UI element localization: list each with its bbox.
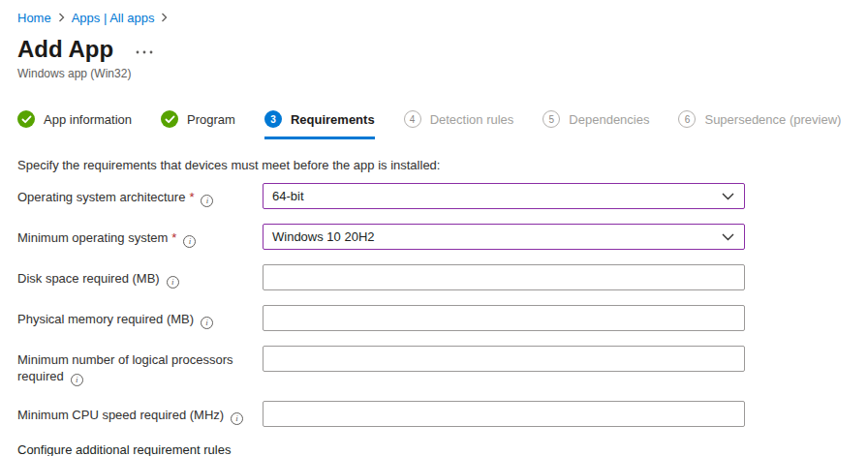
form-row-minimum-operating-system: Minimum operating system*iWindows 10 20H… bbox=[17, 224, 868, 250]
minimum-number-of-logical-processors-required-label: Minimum number of logical processors req… bbox=[17, 346, 263, 386]
requirements-form: Operating system architecture*i64-bitMin… bbox=[17, 183, 868, 427]
step-label: Detection rules bbox=[430, 112, 514, 127]
step-label: Program bbox=[187, 112, 235, 127]
disk-space-required-mb-input[interactable] bbox=[263, 264, 745, 290]
step-number-badge: 5 bbox=[542, 110, 560, 128]
step-number-badge: 4 bbox=[404, 110, 421, 128]
operating-system-architecture-dropdown[interactable]: 64-bit bbox=[263, 183, 745, 209]
form-instruction: Specify the requirements that devices mu… bbox=[17, 158, 868, 172]
operating-system-architecture-control: 64-bit bbox=[263, 183, 745, 209]
add-app-wizard-page: Home Apps | All apps Add App Windows app… bbox=[0, 0, 868, 456]
disk-space-required-mb-label: Disk space required (MB)i bbox=[17, 264, 263, 289]
minimum-operating-system-label: Minimum operating system*i bbox=[17, 224, 263, 248]
required-asterisk: * bbox=[171, 230, 176, 245]
minimum-cpu-speed-required-mhz-input[interactable] bbox=[263, 401, 745, 427]
form-row-physical-memory-required-mb: Physical memory required (MB)i bbox=[17, 305, 868, 331]
wizard-step-dependencies[interactable]: 5Dependencies bbox=[542, 110, 649, 139]
step-label: Requirements bbox=[291, 112, 375, 127]
title-row: Add App bbox=[17, 35, 868, 64]
step-number-badge: 6 bbox=[678, 110, 696, 128]
minimum-operating-system-dropdown[interactable]: Windows 10 20H2 bbox=[263, 224, 745, 250]
minimum-number-of-logical-processors-required-control bbox=[263, 346, 745, 372]
step-label: App information bbox=[44, 112, 132, 127]
page-subtitle: Windows app (Win32) bbox=[17, 67, 868, 80]
breadcrumb-link-all-apps[interactable]: Apps | All apps bbox=[72, 11, 155, 25]
wizard-step-detection-rules[interactable]: 4Detection rules bbox=[404, 110, 514, 139]
chevron-down-icon bbox=[722, 193, 734, 200]
operating-system-architecture-label: Operating system architecture*i bbox=[17, 183, 263, 207]
form-row-operating-system-architecture: Operating system architecture*i64-bit bbox=[17, 183, 868, 209]
info-icon[interactable]: i bbox=[183, 235, 196, 248]
check-icon bbox=[17, 110, 35, 128]
disk-space-required-mb-control bbox=[263, 264, 745, 290]
field-label-text: Minimum number of logical processors req… bbox=[17, 352, 233, 383]
info-icon[interactable]: i bbox=[71, 374, 83, 386]
more-options-icon[interactable] bbox=[136, 50, 153, 54]
dropdown-selected-value: 64-bit bbox=[272, 189, 304, 203]
physical-memory-required-mb-input[interactable] bbox=[263, 305, 745, 331]
step-number-badge: 3 bbox=[264, 110, 282, 128]
form-row-minimum-number-of-logical-processors-required: Minimum number of logical processors req… bbox=[17, 346, 868, 386]
minimum-number-of-logical-processors-required-input[interactable] bbox=[263, 346, 745, 372]
field-label-text: Minimum operating system bbox=[17, 230, 168, 245]
field-label-text: Physical memory required (MB) bbox=[17, 312, 194, 326]
additional-requirement-rules-heading: Configure additional requirement rules bbox=[17, 442, 868, 456]
step-label: Supersedence (preview) bbox=[704, 112, 841, 127]
minimum-operating-system-control: Windows 10 20H2 bbox=[263, 224, 745, 250]
dropdown-selected-value: Windows 10 20H2 bbox=[272, 229, 375, 244]
breadcrumb: Home Apps | All apps bbox=[17, 9, 868, 26]
required-asterisk: * bbox=[189, 190, 194, 204]
field-label-text: Minimum CPU speed required (MHz) bbox=[17, 408, 224, 422]
info-icon[interactable]: i bbox=[201, 317, 213, 329]
chevron-right-icon bbox=[58, 13, 65, 22]
form-row-disk-space-required-mb: Disk space required (MB)i bbox=[17, 264, 868, 290]
wizard-step-requirements[interactable]: 3Requirements bbox=[264, 110, 375, 139]
info-icon[interactable]: i bbox=[167, 276, 179, 289]
step-label: Dependencies bbox=[569, 112, 649, 127]
physical-memory-required-mb-label: Physical memory required (MB)i bbox=[17, 305, 263, 329]
wizard-step-program[interactable]: Program bbox=[161, 110, 235, 139]
wizard-step-app-information[interactable]: App information bbox=[17, 110, 132, 139]
info-icon[interactable]: i bbox=[201, 195, 213, 207]
page-title: Add App bbox=[17, 35, 113, 64]
info-icon[interactable]: i bbox=[231, 412, 243, 425]
wizard-steps: App informationProgram3Requirements4Dete… bbox=[17, 110, 868, 139]
wizard-step-supersedence-preview[interactable]: 6Supersedence (preview) bbox=[678, 110, 841, 139]
chevron-down-icon bbox=[722, 233, 734, 241]
field-label-text: Operating system architecture bbox=[17, 190, 185, 204]
physical-memory-required-mb-control bbox=[263, 305, 745, 331]
breadcrumb-link-home[interactable]: Home bbox=[17, 11, 51, 25]
form-row-minimum-cpu-speed-required-mhz: Minimum CPU speed required (MHz)i bbox=[17, 401, 868, 427]
field-label-text: Disk space required (MB) bbox=[17, 271, 160, 286]
check-icon bbox=[161, 110, 178, 128]
minimum-cpu-speed-required-mhz-label: Minimum CPU speed required (MHz)i bbox=[17, 401, 263, 425]
chevron-right-icon bbox=[161, 13, 168, 22]
minimum-cpu-speed-required-mhz-control bbox=[263, 401, 745, 427]
